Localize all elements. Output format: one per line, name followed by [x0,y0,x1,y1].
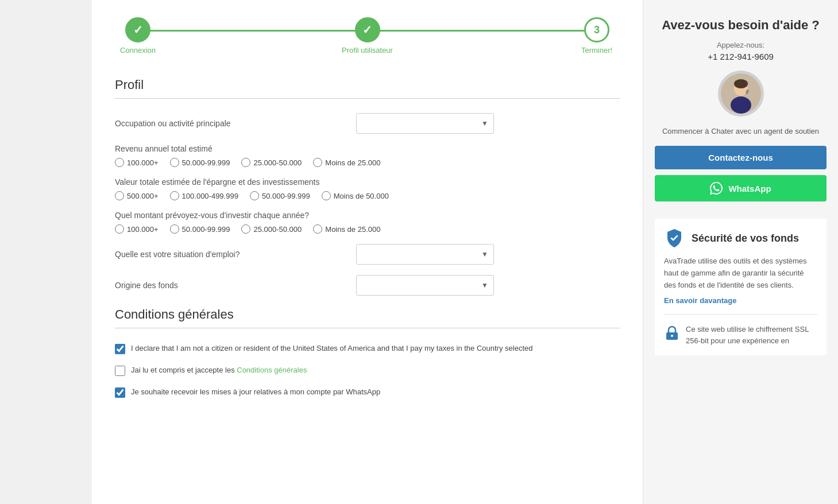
whatsapp-button[interactable]: WhatsApp [655,175,827,201]
checkbox-row-1: I declare that I am not a citizen or res… [115,343,620,354]
shield-icon [664,228,685,249]
invest-section: Quel montant prévoyez-vous d'investir ch… [115,211,620,234]
step-terminer: 3 Terminer! [574,17,620,55]
conditions-divider [115,328,620,328]
annual-income-label: Revenu annuel total estimé [115,144,620,153]
checkbox-1[interactable] [115,344,125,354]
employment-select-wrap: Employé Indépendant Sans emploi Retraité… [356,244,620,265]
income-label-1: 50.000-99.999 [182,158,230,167]
occupation-select-wrap: Employé Indépendant Retraité Étudiant ▼ [356,113,620,134]
profil-section-title: Profil [115,77,620,92]
left-sidebar [0,0,92,504]
invest-option-0[interactable]: 100.000+ [115,224,159,234]
savings-label-3: Moins de 50.000 [334,192,389,200]
savings-option-0[interactable]: 500.000+ [115,191,159,200]
occupation-row: Occupation ou activité principale Employ… [115,113,620,134]
savings-label: Valeur totale estimée de l'épargne et de… [115,177,620,187]
contact-button[interactable]: Contactez-nous [655,146,827,169]
svg-point-2 [734,79,748,88]
step-terminer-label: Terminer! [581,46,612,55]
checkbox-2-text-before: Jai lu et compris et jaccepte les [131,366,237,374]
help-title: Avez-vous besoin d'aide ? [655,17,827,34]
savings-group: 500.000+ 100.000-499.999 50.000-99.999 M… [115,191,620,200]
step-terminer-circle: 3 [584,17,609,42]
checkbox-3-label[interactable]: Je souhaite recevoir les mises à jour re… [131,386,380,398]
checkbox-2-label: Jai lu et compris et jaccepte les Condit… [131,365,307,376]
funds-origin-row: Origine des fonds Salaire Épargne Hérita… [115,275,620,296]
stepper: ✓ Connexion ✓ Profil utilisateur 3 Termi… [115,17,620,55]
step-profil-circle: ✓ [355,17,380,42]
conditions-link[interactable]: Conditions générales [237,366,307,374]
employment-select[interactable]: Employé Indépendant Sans emploi Retraité [356,244,494,265]
income-option-2[interactable]: 25.000-50.000 [241,158,302,167]
invest-label-1: 50.000-99.999 [182,225,230,234]
checkbox-row-3: Je souhaite recevoir les mises à jour re… [115,386,620,398]
savings-label-2: 50.000-99.999 [262,192,310,200]
income-radio-3[interactable] [313,158,322,167]
whatsapp-label: WhatsApp [728,184,771,193]
occupation-label: Occupation ou activité principale [115,119,356,128]
income-option-0[interactable]: 100.000+ [115,158,159,167]
invest-radio-1[interactable] [170,224,179,234]
right-sidebar: Avez-vous besoin d'aide ? Appelez-nous: … [643,0,838,504]
agent-avatar [718,71,764,117]
employment-row: Quelle est votre situation d'emploi? Emp… [115,244,620,265]
main-content: ✓ Connexion ✓ Profil utilisateur 3 Termi… [92,0,643,504]
security-link[interactable]: En savoir davantage [664,296,736,305]
annual-income-section: Revenu annuel total estimé 100.000+ 50.0… [115,144,620,167]
savings-label-1: 100.000-499.999 [182,192,238,200]
savings-option-2[interactable]: 50.000-99.999 [250,191,310,200]
conditions-section-title: Conditions générales [115,307,620,322]
invest-label-3: Moins de 25.000 [325,225,380,234]
savings-radio-3[interactable] [322,191,331,200]
agent-avatar-image [721,73,761,114]
income-option-1[interactable]: 50.000-99.999 [170,158,230,167]
funds-origin-label: Origine des fonds [115,281,356,290]
help-phone-label: Appelez-nous: [655,41,827,49]
svg-point-6 [671,335,673,337]
employment-label: Quelle est votre situation d'emploi? [115,250,356,259]
invest-radio-2[interactable] [241,224,250,234]
checkbox-1-label[interactable]: I declare that I am not a citizen or res… [131,343,532,354]
checkbox-2[interactable] [115,366,125,376]
annual-income-group: 100.000+ 50.000-99.999 25.000-50.000 Moi… [115,158,620,167]
step-profil: ✓ Profil utilisateur [342,17,393,55]
step-connexion-circle: ✓ [125,17,150,42]
income-option-3[interactable]: Moins de 25.000 [313,158,380,167]
checkbox-3[interactable] [115,387,125,398]
security-header: Sécurité de vos fonds [664,228,817,249]
savings-radio-2[interactable] [250,191,259,200]
help-phone-number: +1 212-941-9609 [655,52,827,61]
svg-point-3 [731,96,751,114]
income-radio-1[interactable] [170,158,179,167]
invest-option-3[interactable]: Moins de 25.000 [313,224,380,234]
whatsapp-icon [710,182,723,195]
invest-radio-3[interactable] [313,224,322,234]
step-profil-label: Profil utilisateur [342,46,393,55]
invest-label: Quel montant prévoyez-vous d'investir ch… [115,211,620,220]
savings-radio-1[interactable] [170,191,179,200]
savings-option-1[interactable]: 100.000-499.999 [170,191,238,200]
savings-option-3[interactable]: Moins de 50.000 [322,191,389,200]
income-radio-0[interactable] [115,158,124,167]
income-label-0: 100.000+ [127,158,159,167]
security-divider [664,314,817,315]
savings-radio-0[interactable] [115,191,124,200]
lock-icon [664,325,680,341]
invest-group: 100.000+ 50.000-99.999 25.000-50.000 Moi… [115,224,620,234]
security-section: Sécurité de vos fonds AvaTrade utilise d… [655,219,827,355]
invest-option-2[interactable]: 25.000-50.000 [241,224,302,234]
income-radio-2[interactable] [241,158,250,167]
invest-option-1[interactable]: 50.000-99.999 [170,224,230,234]
ssl-text: Ce site web utilise le chiffrement SSL 2… [686,324,817,346]
invest-radio-0[interactable] [115,224,124,234]
funds-origin-select[interactable]: Salaire Épargne Héritage Investissements [356,275,494,296]
income-label-3: Moins de 25.000 [325,158,380,167]
invest-label-2: 25.000-50.000 [253,225,302,234]
ssl-row: Ce site web utilise le chiffrement SSL 2… [664,324,817,346]
savings-label-0: 500.000+ [127,192,159,200]
chat-description: Commencer à Chater avec un agent de sout… [655,126,827,137]
income-label-2: 25.000-50.000 [253,158,302,167]
savings-section: Valeur totale estimée de l'épargne et de… [115,177,620,200]
occupation-select[interactable]: Employé Indépendant Retraité Étudiant [356,113,494,134]
